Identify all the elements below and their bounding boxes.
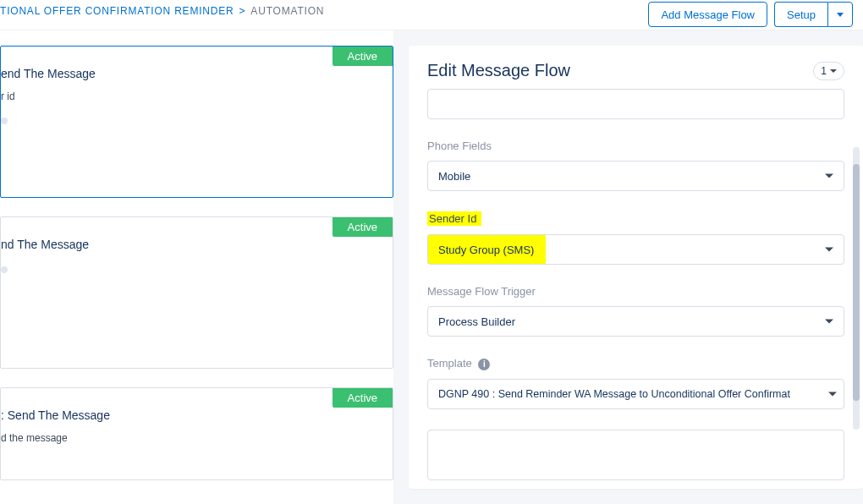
header-actions: Add Message Flow Setup — [648, 2, 853, 27]
panel-header: Edit Message Flow 1 — [409, 46, 863, 89]
caret-down-icon — [825, 174, 833, 178]
select-value: Process Builder — [438, 315, 515, 328]
flow-card[interactable]: Active nd The Message — [0, 216, 393, 369]
flow-card-dot-icon — [1, 266, 8, 273]
caret-down-icon — [825, 320, 833, 324]
breadcrumb-link[interactable]: TIONAL OFFER CONFIRMATION REMINDER — [0, 5, 234, 17]
name-input[interactable] — [427, 89, 844, 119]
caret-down-icon — [830, 69, 837, 73]
trigger-select[interactable]: Process Builder — [427, 306, 844, 337]
template-select[interactable]: DGNP 490 : Send Reminder WA Message to U… — [427, 379, 844, 409]
caret-down-icon — [825, 248, 833, 252]
flow-card-title: : Send The Message — [1, 408, 382, 422]
flow-card-sub: r id — [1, 90, 382, 102]
select-value: Mobile — [438, 170, 470, 183]
caret-down-icon — [828, 392, 837, 397]
select-value: Study Group (SMS) — [438, 244, 534, 256]
info-icon[interactable]: i — [478, 359, 490, 370]
flow-card[interactable]: Active : Send The Message d the message — [0, 387, 393, 480]
flow-card-title: nd The Message — [1, 238, 382, 251]
flow-card-dot-icon — [1, 118, 8, 124]
status-badge: Active — [333, 388, 393, 408]
template-label: Template i — [427, 357, 844, 370]
sender-id-label-wrap: Sender Id — [427, 211, 844, 226]
version-selector[interactable]: 1 — [813, 62, 844, 80]
status-badge: Active — [333, 217, 393, 237]
setup-button[interactable]: Setup — [774, 2, 827, 27]
sender-id-label: Sender Id — [427, 211, 481, 226]
breadcrumb-current: AUTOMATION — [250, 5, 324, 17]
phone-fields-label: Phone Fields — [427, 140, 844, 152]
edit-message-flow-panel: Edit Message Flow 1 Phone Fields Mobile — [409, 46, 863, 489]
setup-split-button: Setup — [774, 2, 853, 27]
panel-body: Phone Fields Mobile Sender Id Study Grou… — [409, 89, 863, 489]
message-textarea[interactable] — [427, 430, 844, 480]
flow-card[interactable]: Active end The Message r id — [0, 46, 393, 198]
flow-card-sub: d the message — [1, 432, 382, 444]
template-label-text: Template — [427, 357, 472, 370]
phone-fields-select[interactable]: Mobile — [427, 161, 844, 191]
edit-panel-col: Edit Message Flow 1 Phone Fields Mobile — [393, 30, 863, 504]
breadcrumb-separator: > — [239, 5, 246, 17]
panel-title: Edit Message Flow — [427, 61, 570, 80]
sender-id-select[interactable]: Study Group (SMS) — [427, 234, 844, 265]
sender-id-select-wrap: Study Group (SMS) — [427, 234, 844, 265]
scrollbar-thumb[interactable] — [853, 164, 860, 401]
version-label: 1 — [821, 65, 827, 77]
add-message-flow-button[interactable]: Add Message Flow — [648, 2, 767, 27]
flow-list: Active end The Message r id Active nd Th… — [0, 30, 393, 504]
header-bar: TIONAL OFFER CONFIRMATION REMINDER > AUT… — [0, 0, 863, 30]
content-area: Active end The Message r id Active nd Th… — [0, 30, 863, 504]
setup-dropdown-button[interactable] — [827, 2, 853, 27]
page-root: TIONAL OFFER CONFIRMATION REMINDER > AUT… — [0, 0, 863, 504]
chevron-down-icon — [837, 13, 844, 17]
status-badge: Active — [333, 47, 393, 66]
select-value: DGNP 490 : Send Reminder WA Message to U… — [438, 388, 790, 400]
trigger-label: Message Flow Trigger — [427, 285, 844, 298]
breadcrumb: TIONAL OFFER CONFIRMATION REMINDER > AUT… — [0, 2, 324, 17]
flow-card-title: end The Message — [1, 67, 382, 80]
